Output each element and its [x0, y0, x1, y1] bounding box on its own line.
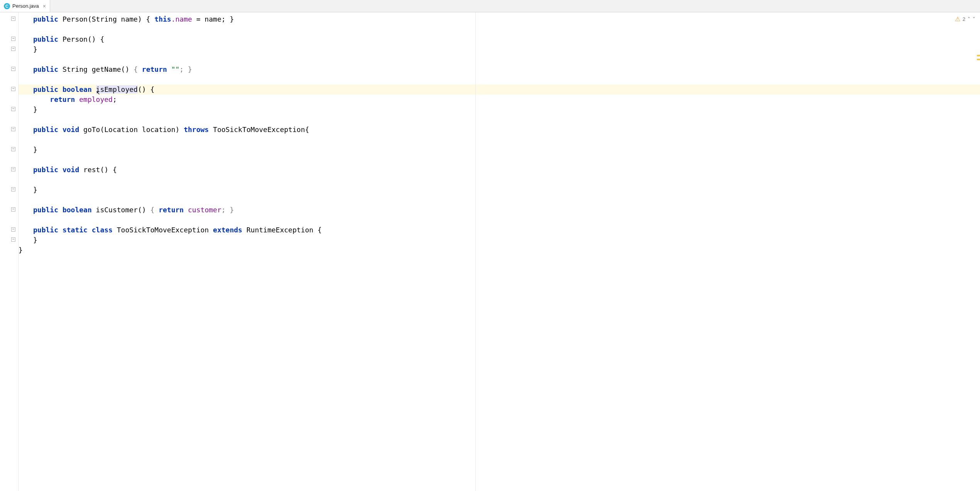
- chevron-down-icon[interactable]: ˅: [973, 16, 975, 22]
- fold-icon[interactable]: [11, 187, 16, 192]
- inspections-widget[interactable]: ⚠ 2 ˄ ˅: [955, 15, 975, 23]
- gutter: [0, 12, 19, 491]
- chevron-up-icon[interactable]: ˄: [968, 16, 970, 22]
- code-line[interactable]: public Person() {: [19, 34, 980, 44]
- fold-icon[interactable]: [11, 127, 16, 132]
- code-line-highlighted[interactable]: public boolean isEmployed() {: [19, 85, 980, 95]
- close-icon[interactable]: ×: [41, 3, 46, 9]
- code-line[interactable]: }: [19, 105, 980, 115]
- tab-person-java[interactable]: C Person.java ×: [0, 0, 50, 12]
- code-line[interactable]: [19, 195, 980, 205]
- fold-icon[interactable]: [11, 36, 16, 42]
- class-icon: C: [4, 3, 10, 9]
- fold-icon[interactable]: [11, 207, 16, 212]
- code-line[interactable]: [19, 24, 980, 34]
- code-line[interactable]: [19, 175, 980, 185]
- code-line[interactable]: public String getName() { return ""; }: [19, 64, 980, 74]
- fold-icon[interactable]: [11, 66, 16, 72]
- code-line[interactable]: [19, 135, 980, 145]
- code-line[interactable]: public void rest() {: [19, 165, 980, 175]
- tab-filename: Person.java: [12, 3, 39, 9]
- code-line[interactable]: return employed;: [19, 95, 980, 105]
- fold-icon[interactable]: [11, 86, 16, 92]
- right-margin-line: [475, 12, 476, 491]
- error-stripe-marker[interactable]: [977, 55, 980, 56]
- fold-icon[interactable]: [11, 167, 16, 172]
- code-line[interactable]: public boolean isCustomer() { return cus…: [19, 205, 980, 215]
- tab-bar: C Person.java ×: [0, 0, 980, 12]
- code-line[interactable]: [19, 155, 980, 165]
- fold-icon[interactable]: [11, 227, 16, 232]
- code-line[interactable]: public static class TooSickToMoveExcepti…: [19, 225, 980, 235]
- inspections-count: 2: [963, 16, 965, 22]
- warning-icon: ⚠: [955, 15, 960, 23]
- error-stripe-marker[interactable]: [977, 59, 980, 60]
- code-line[interactable]: [19, 54, 980, 64]
- editor[interactable]: 💡 public Person(String name) { this.name…: [0, 12, 980, 491]
- code-line[interactable]: }: [19, 245, 980, 255]
- fold-icon[interactable]: [11, 16, 16, 22]
- code-line[interactable]: public Person(String name) { this.name =…: [19, 14, 980, 24]
- fold-icon[interactable]: [11, 147, 16, 152]
- code-line[interactable]: }: [19, 235, 980, 245]
- code-line[interactable]: [19, 215, 980, 225]
- fold-icon[interactable]: [11, 46, 16, 52]
- code-line[interactable]: [19, 115, 980, 125]
- code-line[interactable]: }: [19, 44, 980, 54]
- code-area[interactable]: public Person(String name) { this.name =…: [19, 12, 980, 491]
- fold-icon[interactable]: [11, 107, 16, 112]
- code-line[interactable]: public void goTo(Location location) thro…: [19, 125, 980, 135]
- code-line[interactable]: [19, 74, 980, 85]
- fold-icon[interactable]: [11, 237, 16, 242]
- code-line[interactable]: }: [19, 145, 980, 155]
- code-line[interactable]: }: [19, 185, 980, 195]
